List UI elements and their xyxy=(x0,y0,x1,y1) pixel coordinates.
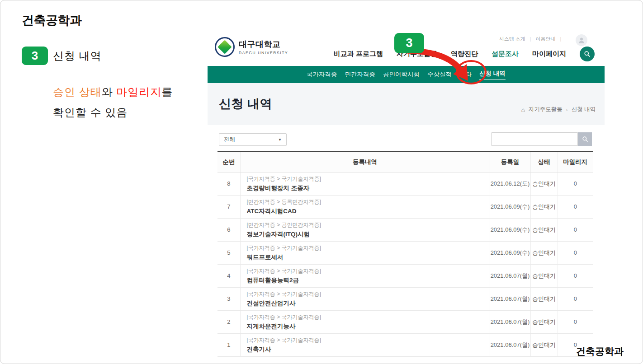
header-search-button[interactable] xyxy=(580,47,595,61)
subnav-national-certificates[interactable]: 국가자격증 xyxy=(307,70,337,79)
row-name-link[interactable]: 건축기사 xyxy=(247,345,485,354)
row-no: 2 xyxy=(217,310,240,333)
row-category: [민간자격증 > 공인민간자격증] xyxy=(247,221,485,229)
row-mileage: 0 xyxy=(558,195,593,218)
page-title: 신청 내역 xyxy=(219,96,272,112)
row-detail: [국가자격증 > 국가기술자격증] 지게차운전기능사 xyxy=(240,310,490,333)
subnav-application-history[interactable]: 신청 내역 xyxy=(479,70,506,79)
utility-divider: | xyxy=(560,37,561,42)
header-date: 등록일 xyxy=(490,152,530,172)
step-title: 신청 내역 xyxy=(53,49,102,63)
row-date: 2021.06.07(월) xyxy=(490,287,530,310)
nav-mypage[interactable]: 마이페이지 xyxy=(532,50,566,58)
row-status: 승인대기 xyxy=(530,218,558,241)
row-status: 승인대기 xyxy=(530,172,558,195)
nav-competency-diagnosis[interactable]: 역량진단 xyxy=(451,50,478,58)
row-mileage: 0 xyxy=(558,172,593,195)
header-status: 상태 xyxy=(530,152,558,172)
row-detail: [국가자격증 > 국가기술자격증] 워드프로세서 xyxy=(240,241,490,264)
row-category: [국가자격증 > 국가기술자격증] xyxy=(247,267,485,275)
row-name-link[interactable]: 컴퓨터활용능력2급 xyxy=(247,276,485,285)
row-name-link[interactable]: 초경량비행장치 조종자 xyxy=(247,184,485,192)
row-name-link[interactable]: ATC자격시험CAD xyxy=(247,207,485,215)
step-description-line1: 승인 상태와 마일리지를 xyxy=(53,85,173,99)
nav-extracurricular-program[interactable]: 비교과 프로그램 xyxy=(334,50,383,58)
row-detail: [국가자격증 > 국가기술자격증] 컴퓨터활용능력2급 xyxy=(240,264,490,287)
slide: 건축공학과 3 신청 내역 승인 상태와 마일리지를 확인할 수 있음 대구대학… xyxy=(0,0,643,364)
header-mileage: 마일리지 xyxy=(558,152,593,172)
row-detail: [민간자격증 > 등록민간자격증] ATC자격시험CAD xyxy=(240,195,490,218)
table-search xyxy=(491,132,592,146)
home-icon[interactable]: ⌂ xyxy=(521,107,525,113)
row-status: 승인대기 xyxy=(530,241,558,264)
annotation-step-number: 3 xyxy=(406,36,412,50)
link-system-intro[interactable]: 시스템 소개 xyxy=(499,36,525,42)
annotation-step-badge: 3 xyxy=(394,33,424,53)
row-name-link[interactable]: 건설안전산업기사 xyxy=(247,299,485,308)
row-date: 2021.06.07(월) xyxy=(490,264,530,287)
logo-name-korean: 대구대학교 xyxy=(239,39,288,50)
step-number: 3 xyxy=(32,49,38,63)
breadcrumb-level2: 신청 내역 xyxy=(572,106,596,113)
row-date: 2021.06.09(수) xyxy=(490,195,530,218)
row-date: 2021.06.07(월) xyxy=(490,333,530,356)
breadcrumb-separator: › xyxy=(566,107,568,112)
row-date: 2021.06.07(월) xyxy=(490,310,530,333)
table-row: 1 [국가자격증 > 국가기술자격증] 건축기사 2021.06.07(월) 승… xyxy=(217,333,593,356)
breadcrumb: ⌂ 자기주도활동 › 신청 내역 xyxy=(521,106,596,113)
breadcrumb-level1[interactable]: 자기주도활동 xyxy=(529,106,563,113)
table-search-button[interactable] xyxy=(578,132,592,146)
filter-selected-value: 전체 xyxy=(224,136,235,144)
row-date: 2021.06.12(토) xyxy=(490,172,530,195)
row-no: 8 xyxy=(217,172,240,195)
university-logo[interactable]: 대구대학교 DAEGU UNIVERSITY xyxy=(215,37,288,57)
row-name-link[interactable]: 정보기술자격(ITQ)시험 xyxy=(247,230,485,238)
row-category: [국가자격증 > 국가기술자격증] xyxy=(247,336,485,344)
link-usage-guide[interactable]: 이용안내 xyxy=(535,36,555,42)
row-mileage: 0 xyxy=(558,264,593,287)
row-detail: [국가자격증 > 국가기술자격증] 초경량비행장치 조종자 xyxy=(240,172,490,195)
slide-title: 건축공학과 xyxy=(22,12,82,28)
row-category: [국가자격증 > 국가기술자격증] xyxy=(247,313,485,321)
table-row: 7 [민간자격증 > 등록민간자격증] ATC자격시험CAD 2021.06.0… xyxy=(217,195,593,218)
subnav-awards[interactable]: 수상실적 xyxy=(427,70,452,79)
logo-text: 대구대학교 DAEGU UNIVERSITY xyxy=(239,39,288,55)
row-category: [국가자격증 > 국가기술자격증] xyxy=(247,290,485,298)
search-input[interactable] xyxy=(491,132,578,146)
logo-diamond-shape xyxy=(217,40,232,54)
row-name-link[interactable]: 워드프로세서 xyxy=(247,253,485,261)
subnav-language-tests[interactable]: 공인어학시험 xyxy=(383,70,420,79)
row-status: 승인대기 xyxy=(530,195,558,218)
header-no: 순번 xyxy=(217,152,240,172)
table-row: 3 [국가자격증 > 국가기술자격증] 건설안전산업기사 2021.06.07(… xyxy=(217,287,593,310)
nav-survey[interactable]: 설문조사 xyxy=(492,50,519,58)
table-header-row: 순번 등록내역 등록일 상태 마일리지 xyxy=(217,152,593,172)
row-mileage: 0 xyxy=(558,218,593,241)
table-row: 8 [국가자격증 > 국가기술자격증] 초경량비행장치 조종자 2021.06.… xyxy=(217,172,593,195)
row-date: 2021.06.09(수) xyxy=(490,218,530,241)
row-no: 5 xyxy=(217,241,240,264)
row-mileage: 0 xyxy=(558,310,593,333)
row-detail: [국가자격증 > 국가기술자격증] 건축기사 xyxy=(240,333,490,356)
page-title-band: 신청 내역 ⌂ 자기주도활동 › 신청 내역 xyxy=(208,83,605,125)
step-desc-mid: 와 xyxy=(102,86,117,98)
row-date: 2021.06.09(수) xyxy=(490,241,530,264)
user-avatar[interactable] xyxy=(576,34,587,46)
step-desc-end: 를 xyxy=(161,86,173,98)
search-icon xyxy=(584,51,591,57)
row-category: [민간자격증 > 등록민간자격증] xyxy=(247,198,485,206)
row-status: 승인대기 xyxy=(530,264,558,287)
table-row: 2 [국가자격증 > 국가기술자격증] 지게차운전기능사 2021.06.07(… xyxy=(217,310,593,333)
subnav-private-certificates[interactable]: 민간자격증 xyxy=(345,70,376,79)
row-name-link[interactable]: 지게차운전기능사 xyxy=(247,322,485,331)
utility-links: 시스템 소개 | 이용안내 | xyxy=(499,36,561,42)
step-number-badge: 3 xyxy=(22,47,48,65)
row-no: 1 xyxy=(217,333,240,356)
highlight-approval-status: 승인 상태 xyxy=(53,86,102,98)
row-category: [국가자격증 > 국가기술자격증] xyxy=(247,175,485,183)
table-row: 4 [국가자격증 > 국가기술자격증] 컴퓨터활용능력2급 2021.06.07… xyxy=(217,264,593,287)
subnav-others[interactable]: 기타 xyxy=(459,70,472,79)
category-filter-dropdown[interactable]: 전체 ▼ xyxy=(219,133,287,146)
utility-divider: | xyxy=(530,37,531,42)
table-row: 5 [국가자격증 > 국가기술자격증] 워드프로세서 2021.06.09(수)… xyxy=(217,241,593,264)
